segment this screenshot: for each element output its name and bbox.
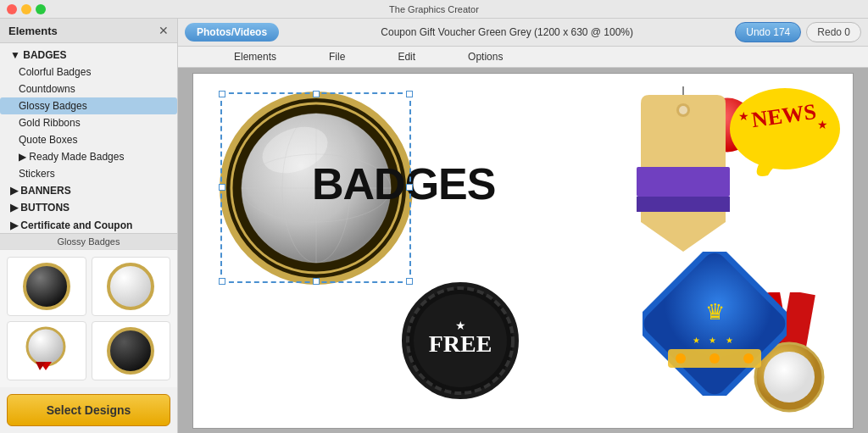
sidebar: Elements ✕ ▼ BADGES Colorful Badges Coun… [0, 19, 178, 433]
edit-menu[interactable]: Edit [392, 48, 420, 65]
file-menu[interactable]: File [324, 48, 350, 65]
svg-text:♛: ♛ [705, 299, 725, 325]
sidebar-item-gold-ribbons[interactable]: Gold Ribbons [0, 114, 177, 131]
sidebar-item-badges[interactable]: ▼ BADGES [0, 47, 177, 64]
doc-title: Coupon Gift Voucher Green Grey (1200 x 6… [284, 26, 730, 38]
svg-rect-24 [637, 167, 730, 197]
sidebar-item-cert-coupon[interactable]: ▶ Certificate and Coupon Elements [0, 216, 177, 233]
price-tag[interactable] [632, 86, 734, 256]
maximize-button[interactable] [36, 4, 46, 14]
svg-point-1 [108, 264, 153, 308]
select-designs-button[interactable]: Select Designs [7, 394, 170, 426]
sidebar-item-colorful-badges[interactable]: Colorful Badges [0, 64, 177, 80]
thumbnail-2[interactable] [92, 257, 171, 316]
sidebar-bottom-label: Glossy Badges [0, 233, 177, 249]
undo-button[interactable]: Undo 174 [735, 22, 801, 42]
svg-text:FREE: FREE [429, 330, 492, 357]
svg-text:★ ★ ★: ★ ★ ★ [693, 336, 737, 345]
svg-rect-25 [637, 197, 730, 212]
sidebar-item-banners[interactable]: ▶ BANNERS [0, 182, 177, 199]
badges-text: BADGES [312, 158, 495, 209]
sidebar-item-countdowns[interactable]: Countdowns [0, 80, 177, 97]
sidebar-item-glossy-badges[interactable]: Glossy Badges [0, 97, 177, 114]
sidebar-tree: ▼ BADGES Colorful Badges Countdowns Glos… [0, 43, 177, 233]
thumbnail-1[interactable] [7, 257, 86, 316]
free-badge[interactable]: ★ FREE [397, 277, 524, 404]
svg-point-0 [25, 264, 69, 308]
app-title: The Graphics Creator [389, 4, 479, 14]
canvas-area: BADGES ★ FREE [178, 68, 868, 433]
thumbnail-4[interactable] [92, 321, 171, 380]
thumbnail-area [0, 249, 177, 387]
right-panel: Photos/Videos Coupon Gift Voucher Green … [178, 19, 868, 433]
thumbnail-3[interactable] [7, 321, 86, 380]
minimize-button[interactable] [21, 4, 31, 14]
canvas[interactable]: BADGES ★ FREE [192, 73, 854, 429]
svg-point-22 [679, 106, 687, 114]
elements-menu[interactable]: Elements [229, 48, 281, 65]
sidebar-header: Elements ✕ [0, 19, 177, 43]
close-button[interactable] [7, 4, 17, 14]
sidebar-item-ready-made-badges[interactable]: ▶ Ready Made Badges [0, 148, 177, 165]
sidebar-item-buttons[interactable]: ▶ BUTTONS [0, 199, 177, 216]
photos-videos-tab[interactable]: Photos/Videos [185, 23, 279, 42]
sidebar-item-stickers[interactable]: Stickers [0, 165, 177, 182]
svg-point-2 [27, 328, 64, 365]
menu-bar: Elements File Edit Options [178, 47, 868, 68]
svg-point-39 [676, 353, 686, 364]
svg-point-41 [743, 353, 754, 364]
window-controls[interactable] [7, 4, 46, 14]
sidebar-item-quote-boxes[interactable]: Quote Boxes [0, 131, 177, 148]
svg-point-5 [108, 329, 153, 373]
news-bubble[interactable]: NEWS ★ ★ [726, 82, 844, 184]
title-bar: The Graphics Creator [0, 0, 868, 19]
sidebar-close-button[interactable]: ✕ [159, 24, 169, 37]
sidebar-title: Elements [8, 25, 58, 37]
toolbar: Photos/Videos Coupon Gift Voucher Green … [178, 19, 868, 47]
options-menu[interactable]: Options [463, 48, 508, 65]
svg-point-40 [709, 353, 720, 364]
redo-button[interactable]: Redo 0 [806, 22, 861, 42]
svg-text:★: ★ [738, 109, 749, 123]
main-layout: Elements ✕ ▼ BADGES Colorful Badges Coun… [0, 19, 868, 433]
diamond-badge[interactable]: ♛ ★ ★ ★ [643, 252, 787, 396]
svg-text:★: ★ [817, 118, 828, 131]
